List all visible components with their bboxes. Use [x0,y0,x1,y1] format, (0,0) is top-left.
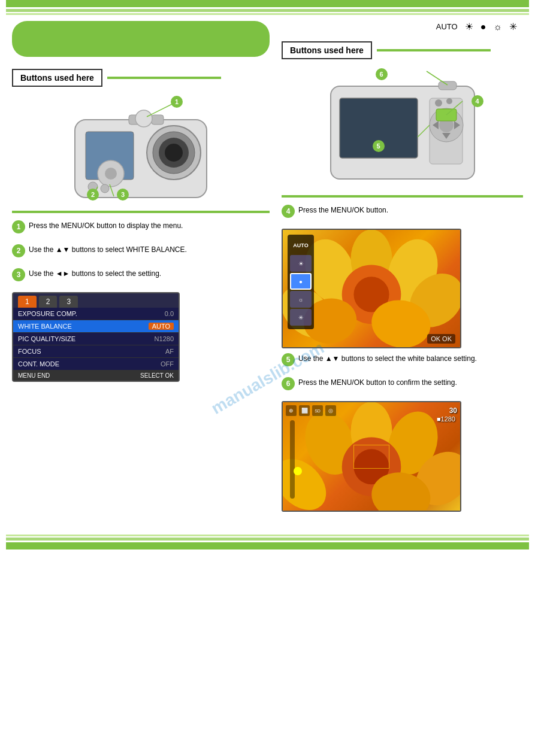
right-column: AUTO ☀ ● ☼ ✳ Buttons used here [282,21,523,517]
bottom-bar-thin2 [6,535,529,536]
svg-point-25 [435,99,442,107]
step-num-5: 5 [282,353,295,366]
camera-svg-right [319,68,486,188]
menu-footer: MENU END SELECT OK [13,371,179,381]
title-banner [12,21,270,57]
menu-row-exposure: EXPOSURE COMP. 0.0 [13,308,179,320]
step-3-row: 3 Use the ◄► buttons to select the setti… [12,268,270,281]
flower-image-2: ⊕ ⬜ SD ◎ 30 ■1280 [282,401,461,512]
svg-point-10 [105,168,117,180]
step-2-text: Use the ▲▼ buttons to select WHITE BALAN… [29,244,270,255]
auto-label: AUTO [436,22,458,31]
step-6-text: Press the MENU/OK button to confirm the … [298,377,523,388]
menu-row-pic-quality: PIC QUALITY/SIZE N1280 [13,333,179,345]
menu-screenshot: 1 2 3 EXPOSURE COMP. 0.0 WHITE BALANCE A… [12,292,180,382]
callout-4: 4 [471,95,483,107]
hud-icon-mode: ◎ [325,405,336,416]
menu-value-white-balance: AUTO [149,323,174,330]
menu-value-pic-quality: N1280 [155,335,174,342]
menu-value-focus: AF [165,348,174,355]
buttons-used-label-right: Buttons used here [290,45,364,55]
callout-3: 3 [117,189,129,201]
step-4-row: 4 Press the MENU/OK button. [282,205,523,218]
svg-rect-28 [439,81,457,90]
callout-6: 6 [376,68,388,80]
top-bar-thick [6,0,529,7]
flower-overlay-menu: AUTO ☀ ● ☼ ✳ [288,235,314,329]
menu-label-cont-mode: CONT. MODE [18,360,59,368]
step-num-3: 3 [12,268,25,281]
callout-2: 2 [87,189,99,201]
hud-count: 30 [449,406,457,415]
menu-label-focus: FOCUS [18,348,41,355]
callout-5: 5 [373,140,385,152]
buttons-used-label-left: Buttons used here [20,73,94,83]
step-5-text: Use the ▲▼ buttons to select the white b… [298,353,523,364]
sun-icon: ☀ [465,21,473,32]
camera-diagram-left: 1 2 3 [12,96,270,204]
menu-row-white-balance: WHITE BALANCE AUTO [13,320,179,333]
divider-left [12,211,270,213]
top-bar-thin1 [6,9,529,12]
exposure-bar [290,420,295,499]
hud-icon-flash: ⬜ [299,405,310,416]
hud-icon-wb: ⊕ [286,405,297,416]
overlay-auto-label: AUTO [290,237,312,254]
menu-row-focus: FOCUS AF [13,345,179,358]
auto-icons-row: AUTO ☀ ● ☼ ✳ [282,21,523,32]
callout-1: 1 [171,96,183,108]
menu-row-cont-mode: CONT. MODE OFF [13,358,179,371]
exposure-indicator [294,467,302,475]
step-1-text: Press the MENU/OK button to display the … [29,220,270,231]
menu-tab-3[interactable]: 3 [59,296,78,308]
svg-point-8 [135,110,152,127]
cloud-icon: ● [480,22,486,32]
overlay-icon-fluor: ☼ [290,291,312,308]
menu-label-exposure: EXPOSURE COMP. [18,310,77,317]
step-num-4: 4 [282,205,295,218]
bottom-bar-thin1 [6,538,529,541]
overlay-icon-cloud: ● [290,273,312,290]
camera-container-left: 1 2 3 [57,96,225,204]
step-6-row: 6 Press the MENU/OK button to confirm th… [282,377,523,390]
svg-point-12 [101,184,109,193]
fluorescent-icon: ☼ [493,22,502,32]
focus-box [353,445,389,469]
step-num-6: 6 [282,377,295,390]
left-column: Buttons used here [12,21,270,517]
buttons-used-left: Buttons used here [12,69,102,87]
menu-label-white-balance: WHITE BALANCE [18,323,72,330]
svg-point-4 [165,144,183,162]
menu-tabs: 1 2 3 [13,293,179,308]
hud-icon-sd: SD [312,405,323,416]
bottom-decoration [0,535,535,549]
buttons-used-right: Buttons used here [282,41,372,59]
flower-image-1: AUTO ☀ ● ☼ ✳ OK OK [282,229,461,348]
flower-hud: ⊕ ⬜ SD ◎ 30 [286,405,457,416]
menu-rows: EXPOSURE COMP. 0.0 WHITE BALANCE AUTO PI… [13,308,179,371]
menu-tab-1[interactable]: 1 [18,296,37,308]
menu-footer-right: SELECT OK [140,372,174,379]
step-1-row: 1 Press the MENU/OK button to display th… [12,220,270,233]
menu-label-pic-quality: PIC QUALITY/SIZE [18,335,75,342]
hud-resolution: ■1280 [437,415,455,423]
step-2-row: 2 Use the ▲▼ buttons to select WHITE BAL… [12,244,270,257]
svg-line-29 [427,71,448,85]
step-num-2: 2 [12,244,25,257]
step-5-row: 5 Use the ▲▼ buttons to select the white… [282,353,523,366]
step-4-text: Press the MENU/OK button. [298,205,523,215]
camera-container-right: 6 5 4 [319,68,486,188]
divider-right [282,195,523,198]
ok-button-overlay: OK OK [427,334,455,344]
camera-svg-left [57,96,225,204]
menu-footer-left: MENU END [18,372,50,379]
hud-icons: ⊕ ⬜ SD ◎ [286,405,336,416]
step-num-1: 1 [12,220,25,233]
camera-diagram-right: 6 5 4 [282,68,523,188]
menu-tab-2[interactable]: 2 [39,296,58,308]
svg-rect-7 [152,115,164,125]
top-decoration [0,0,535,15]
step-3-text: Use the ◄► buttons to select the setting… [29,268,270,279]
menu-value-exposure: 0.0 [165,310,174,317]
menu-value-cont-mode: OFF [161,360,174,368]
